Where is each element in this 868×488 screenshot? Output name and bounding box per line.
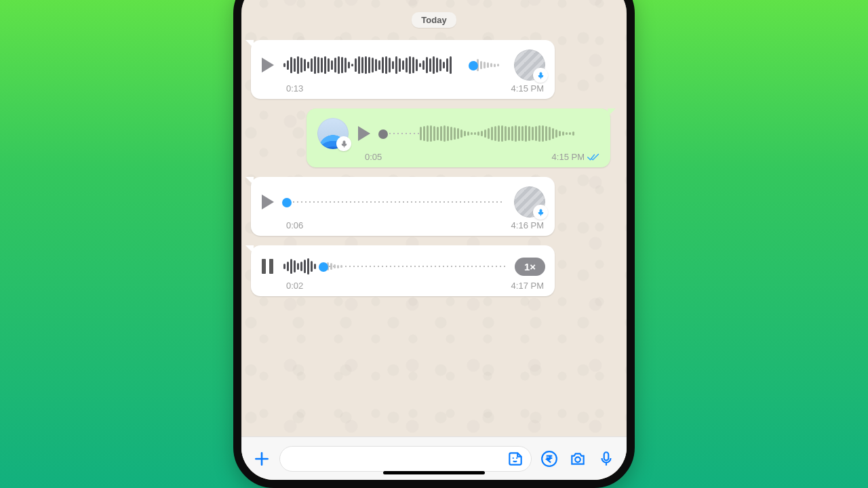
voice-record-button[interactable] <box>595 448 617 470</box>
message-text-input[interactable] <box>279 446 532 472</box>
chat-screen: Today 0:13 <box>241 0 627 480</box>
chat-scroll[interactable]: Today 0:13 <box>241 0 627 296</box>
svg-point-6 <box>575 457 580 462</box>
audio-track[interactable] <box>283 54 505 77</box>
voice-message-incoming[interactable]: 0:06 4:16 PM <box>251 177 555 236</box>
mic-badge-icon <box>533 68 548 83</box>
svg-point-3 <box>513 457 514 458</box>
track-dots <box>323 266 505 267</box>
duration-label: 0:06 <box>286 220 303 230</box>
audio-track[interactable] <box>380 122 601 145</box>
duration-label: 0:02 <box>286 281 303 291</box>
playback-speed-button[interactable]: 1× <box>515 258 545 276</box>
duration-label: 0:05 <box>365 152 382 162</box>
voice-message-incoming[interactable]: 0:13 4:15 PM <box>251 40 555 99</box>
play-button[interactable] <box>358 126 370 141</box>
waveform-played <box>283 257 323 276</box>
audio-track[interactable] <box>283 255 505 278</box>
timestamp: 4:15 PM <box>511 83 544 94</box>
waveform-remaining <box>473 56 505 75</box>
scrubber-knob[interactable] <box>378 129 388 139</box>
play-button[interactable] <box>262 58 274 73</box>
pause-button[interactable] <box>262 259 274 274</box>
voice-message-outgoing[interactable]: 0:05 4:15 PM <box>307 108 610 167</box>
camera-button[interactable] <box>567 448 589 470</box>
payment-rupee-button[interactable] <box>538 448 560 470</box>
mic-badge-icon <box>336 136 351 151</box>
sender-avatar[interactable] <box>514 49 545 81</box>
sticker-button[interactable] <box>507 450 524 468</box>
scrubber-knob[interactable] <box>319 262 328 272</box>
self-avatar[interactable] <box>317 118 349 149</box>
voice-message-incoming-playing[interactable]: 1× 0:02 4:17 PM <box>251 245 555 296</box>
date-separator: Today <box>412 12 456 28</box>
timestamp: 4:16 PM <box>511 220 544 230</box>
play-button[interactable] <box>262 195 274 209</box>
phone-frame: Today 0:13 <box>233 0 635 488</box>
message-input-bar <box>241 436 627 480</box>
mic-badge-icon <box>533 205 548 220</box>
scrubber-knob[interactable] <box>282 198 292 207</box>
audio-track[interactable] <box>283 190 505 214</box>
track-dots <box>283 201 505 203</box>
timestamp: 4:15 PM <box>552 152 585 162</box>
attach-plus-button[interactable] <box>251 448 273 470</box>
waveform <box>420 124 601 143</box>
read-receipt-icon <box>587 152 599 162</box>
svg-point-4 <box>516 457 517 458</box>
sender-avatar[interactable] <box>514 186 545 218</box>
svg-rect-7 <box>604 452 609 460</box>
duration-label: 0:13 <box>286 83 303 94</box>
home-indicator[interactable] <box>383 471 485 474</box>
timestamp: 4:17 PM <box>511 281 544 291</box>
